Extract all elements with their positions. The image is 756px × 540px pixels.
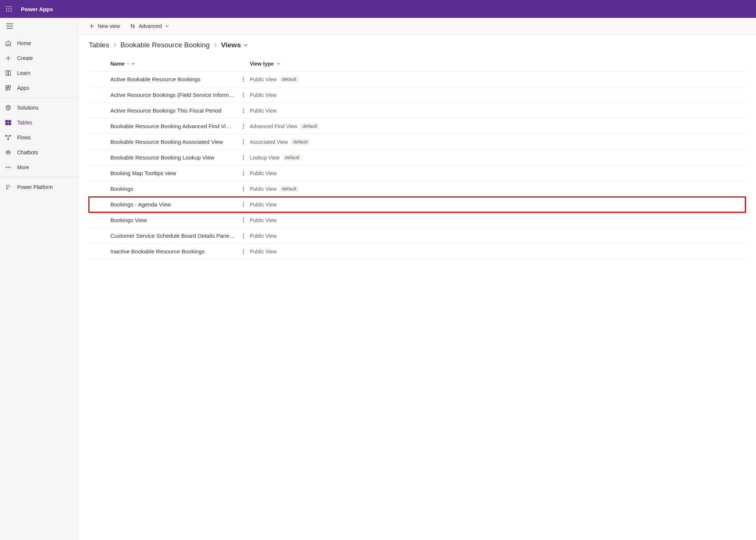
advanced-button[interactable]: Advanced <box>128 20 171 32</box>
column-header-name[interactable]: Name ↑ <box>110 61 237 67</box>
chatbot-icon <box>4 149 12 156</box>
svg-point-63 <box>243 186 244 187</box>
row-menu-button[interactable] <box>241 92 246 98</box>
nav-item-tables[interactable]: Tables <box>0 115 78 130</box>
more-vertical-icon <box>241 186 246 192</box>
grid-row[interactable]: Bookable Resource Booking Associated Vie… <box>89 134 746 150</box>
grid-row[interactable]: Bookings - Agenda ViewPublic View <box>89 197 746 212</box>
nav-item-home[interactable]: Home <box>0 36 78 51</box>
svg-point-72 <box>243 233 244 234</box>
grid-row[interactable]: Active Resource Bookings (Field Service … <box>89 87 746 103</box>
default-badge: default <box>291 139 310 145</box>
nav-item-apps[interactable]: Apps <box>0 80 78 95</box>
row-menu-button[interactable] <box>241 217 246 223</box>
row-menu-button[interactable] <box>241 249 246 255</box>
nav-item-chatbots[interactable]: Chatbots <box>0 145 78 160</box>
row-menu-button[interactable] <box>241 76 246 82</box>
grid-row[interactable]: Inactive Bookable Resource BookingsPubli… <box>89 244 746 259</box>
button-label: Advanced <box>139 23 162 29</box>
svg-point-57 <box>243 155 244 156</box>
breadcrumb-current[interactable]: Views <box>221 41 249 49</box>
cell-name[interactable]: Active Resource Bookings This Fiscal Per… <box>110 107 237 114</box>
breadcrumb: Tables Bookable Resource Booking Views <box>89 41 746 49</box>
svg-rect-23 <box>9 120 11 122</box>
svg-point-27 <box>10 135 11 137</box>
svg-point-67 <box>243 204 244 205</box>
apps-icon <box>4 84 12 92</box>
more-vertical-icon <box>241 123 246 129</box>
grid-row[interactable]: Bookable Resource Booking Advanced Find … <box>89 119 746 134</box>
nav-section-platform: Power Platform <box>0 178 78 196</box>
nav-label: Tables <box>17 120 32 126</box>
cell-view-type: Lookup Viewdefault <box>250 154 343 161</box>
nav-item-solutions[interactable]: Solutions <box>0 100 78 115</box>
row-menu-button[interactable] <box>241 155 246 161</box>
grid-row[interactable]: BookingsPublic Viewdefault <box>89 181 746 197</box>
svg-point-45 <box>243 92 244 94</box>
breadcrumb-entity[interactable]: Bookable Resource Booking <box>120 41 210 49</box>
app-launcher-button[interactable] <box>3 3 15 15</box>
svg-point-7 <box>9 11 10 12</box>
more-vertical-icon <box>241 155 246 161</box>
svg-point-69 <box>243 218 244 219</box>
nav-item-power-platform[interactable]: Power Platform <box>0 180 78 195</box>
default-badge: default <box>280 76 299 82</box>
cell-name[interactable]: Bookable Resource Booking Lookup View <box>110 154 237 161</box>
more-vertical-icon <box>241 170 246 176</box>
cell-name[interactable]: Bookable Resource Booking Advanced Find … <box>110 123 237 129</box>
svg-point-58 <box>243 157 244 158</box>
nav-item-more[interactable]: More <box>0 160 78 175</box>
column-header-view-type[interactable]: View type <box>250 61 343 67</box>
cell-name[interactable]: Inactive Bookable Resource Bookings <box>110 248 237 255</box>
svg-point-1 <box>9 6 10 7</box>
svg-rect-16 <box>6 86 8 88</box>
nav-item-flows[interactable]: Flows <box>0 130 78 145</box>
grid-row[interactable]: Active Resource Bookings This Fiscal Per… <box>89 103 746 119</box>
nav-item-learn[interactable]: Learn <box>0 66 78 80</box>
top-header: Power Apps <box>0 0 756 18</box>
row-menu-button[interactable] <box>241 108 246 114</box>
cell-view-type: Public View <box>250 249 343 255</box>
svg-point-46 <box>243 94 244 95</box>
row-menu-button[interactable] <box>241 139 246 145</box>
svg-point-49 <box>243 110 244 111</box>
breadcrumb-current-label: Views <box>221 41 241 49</box>
cell-name[interactable]: Customer Service Schedule Board Details … <box>110 233 237 239</box>
svg-point-53 <box>243 127 244 129</box>
grid-row[interactable]: Bookable Resource Booking Lookup ViewLoo… <box>89 150 746 165</box>
grid-row[interactable]: Active Bookable Resource BookingsPublic … <box>89 72 746 87</box>
new-view-button[interactable]: New view <box>87 20 122 32</box>
grid-row[interactable]: Customer Service Schedule Board Details … <box>89 228 746 244</box>
nav-label: Apps <box>17 85 29 91</box>
svg-rect-25 <box>9 123 11 125</box>
cell-name[interactable]: Bookings <box>110 186 237 192</box>
app-title[interactable]: Power Apps <box>21 6 53 12</box>
cell-name[interactable]: Bookable Resource Booking Associated Vie… <box>110 139 237 145</box>
tables-icon <box>4 119 12 126</box>
home-icon <box>4 40 12 47</box>
svg-rect-18 <box>6 88 8 90</box>
breadcrumb-tables[interactable]: Tables <box>89 41 109 49</box>
default-badge: default <box>283 154 302 161</box>
svg-point-66 <box>243 202 244 203</box>
grid-row[interactable]: Booking Map Tooltips viewPublic View <box>89 165 746 181</box>
hamburger-icon <box>6 23 13 29</box>
grid-row[interactable]: Bookings ViewPublic View <box>89 212 746 228</box>
row-menu-button[interactable] <box>241 123 246 129</box>
cell-name[interactable]: Bookings View <box>110 217 237 223</box>
cell-name[interactable]: Booking Map Tooltips view <box>110 170 237 176</box>
default-badge: default <box>280 186 299 192</box>
row-menu-button[interactable] <box>241 202 246 208</box>
cell-view-type: Public View <box>250 170 343 176</box>
chevron-down-icon <box>277 62 280 66</box>
row-menu-button[interactable] <box>241 170 246 176</box>
column-header-label: Name <box>110 61 125 67</box>
cell-name[interactable]: Bookings - Agenda View <box>110 201 237 208</box>
nav-collapse-button[interactable] <box>4 21 15 31</box>
svg-rect-22 <box>6 120 8 122</box>
nav-item-create[interactable]: Create <box>0 51 78 66</box>
cell-name[interactable]: Active Bookable Resource Bookings <box>110 76 237 82</box>
row-menu-button[interactable] <box>241 233 246 239</box>
row-menu-button[interactable] <box>241 186 246 192</box>
cell-name[interactable]: Active Resource Bookings (Field Service … <box>110 92 237 98</box>
